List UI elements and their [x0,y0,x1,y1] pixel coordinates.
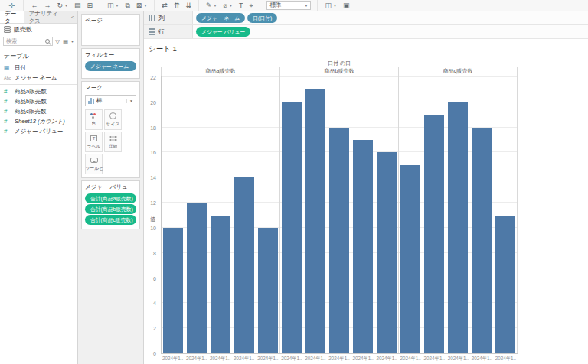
x-tick-label: 2024年1.. [161,354,185,363]
marks-card: マーク 棒 ▼ 色サイズTラベル詳細ツールヒ... [81,81,140,178]
datasource-item[interactable]: 販売数 [0,24,77,35]
filter-pill[interactable]: メジャー ネーム [85,61,136,71]
field-item[interactable]: #商品c販売数 [0,106,77,116]
highlight-icon: ✎ [206,1,212,11]
duplicate-button[interactable]: ⧉ [122,1,132,11]
tooltip-icon [90,158,98,163]
filter-fields-icon[interactable]: ▽ [54,38,60,45]
tableau-logo-icon[interactable]: ✛ [4,2,19,10]
chevron-down-icon[interactable]: ▼ [70,39,74,44]
mark-button-label: ツールヒ... [86,165,103,172]
view-options-icon[interactable]: ▦ [62,38,69,45]
color-button[interactable]: 色 [85,109,103,130]
fix-axes-button[interactable]: ⌖ [246,1,256,11]
rows-shelf[interactable]: 行 メジャー バリュー [144,25,588,39]
bar-mark[interactable] [377,152,397,353]
bar-mark[interactable] [448,102,468,353]
new-data-source-icon: ⊞ [87,1,93,11]
bar-mark[interactable] [234,177,254,353]
show-mark-labels-button[interactable]: T [236,1,247,11]
tooltip-button[interactable]: ツールヒ... [85,154,103,174]
clear-sheet-button[interactable]: ⊠▼ [133,1,151,11]
bar-mark[interactable] [163,228,183,353]
tab-analytics[interactable]: アナリティクス [24,11,68,23]
filters-card[interactable]: フィルター メジャー ネーム [81,48,140,79]
sort-ascending-button[interactable]: ⇈ [171,1,183,11]
y-tick-label: 14 [150,175,156,180]
bar-mark[interactable] [495,216,515,354]
field-name: 日付 [15,64,26,72]
hash-icon: # [4,98,15,105]
bar-mark[interactable] [305,89,325,353]
bar-mark[interactable] [424,115,444,353]
duplicate-icon: ⧉ [125,1,129,11]
fit-selector[interactable]: 標準 ▼ [266,1,311,10]
bar-mark[interactable] [258,228,278,353]
filters-card-title: フィルター [82,49,139,60]
new-data-source-button[interactable]: ⊞ [83,1,96,11]
y-tick-label: 18 [150,125,156,131]
collapse-pane-icon[interactable]: < [68,11,77,23]
columns-shelf-pill[interactable]: 日(日付) [247,13,277,23]
bar-mark[interactable] [329,128,349,353]
hash-icon: # [4,128,15,135]
label-button[interactable]: Tラベル [85,132,103,152]
chevron-down-icon: ▼ [143,3,147,8]
bar-mark[interactable] [187,203,207,353]
chart-panel [162,76,280,353]
x-axis-labels: 2024年1..2024年1..2024年1..2024年1..2024年1..… [161,354,518,363]
highlight-button[interactable]: ✎▼ [203,1,220,11]
plot-area [161,76,518,354]
save-button[interactable]: ▤ [71,1,84,11]
field-item[interactable]: ▦日付 [0,63,77,73]
measure-values-pill[interactable]: 合計(商品a販売数) [85,193,136,203]
chevron-down-icon: ▼ [64,3,68,8]
pages-card[interactable]: ページ [81,14,140,46]
detail-button[interactable]: 詳細 [104,132,122,152]
search-placeholder: 検索 [6,37,17,45]
size-button[interactable]: サイズ [104,109,122,130]
panel-title: 商品a販売数 [162,67,280,76]
rows-shelf-pill[interactable]: メジャー バリュー [196,27,250,37]
chevron-down-icon: ▼ [305,3,309,8]
columns-shelf-pill[interactable]: メジャー ネーム [196,13,245,23]
hash-icon: # [4,108,15,115]
x-tick-label: 2024年1.. [185,354,208,363]
measure-values-card-title: メジャー バリュー [82,181,139,193]
bar-mark[interactable] [353,140,373,353]
bar-mark[interactable] [472,128,492,353]
marks-card-title: マーク [82,82,139,93]
field-item[interactable]: Abcメジャー ネーム [0,73,77,83]
show-me-button[interactable]: ◫▼ [322,1,339,11]
show-me-icon: ◫ [325,1,332,11]
measure-values-pill[interactable]: 合計(商品c販売数) [85,215,136,225]
bar-mark[interactable] [282,102,302,353]
measure-values-pill[interactable]: 合計(商品b販売数) [85,204,136,214]
mark-type-dropdown[interactable]: 棒 ▼ [85,95,136,106]
tab-data[interactable]: データ [0,11,24,23]
columns-shelf[interactable]: 列 メジャー ネーム日(日付) [144,11,588,25]
group-members-button[interactable]: ⌀▼ [220,1,236,11]
x-tick-label: 2024年1.. [256,354,279,363]
swap-rows-columns-button[interactable]: ⇄ [158,1,171,11]
field-item[interactable]: #商品b販売数 [0,96,77,106]
y-tick-label: 22 [150,75,156,80]
field-name: 商品a販売数 [15,88,47,96]
bar-mark[interactable] [400,165,420,353]
presentation-mode-button[interactable]: ▣ [340,1,353,11]
bar-mark[interactable] [211,216,230,354]
field-item[interactable]: #メジャー バリュー [0,126,77,136]
chevron-down-icon: ▼ [115,3,119,8]
x-tick-label: 2024年1.. [446,354,470,363]
x-label-panel: 2024年1..2024年1..2024年1..2024年1..2024年1.. [161,354,279,363]
field-divider [0,84,77,85]
search-input[interactable]: 検索 [3,37,53,46]
field-name: Sheet13 (カウント) [15,118,65,125]
fix-axes-icon: ⌖ [249,1,253,11]
sort-descending-icon: ⇊ [185,1,191,11]
y-tick-label: 10 [150,226,156,231]
field-item[interactable]: #商品a販売数 [0,86,77,96]
field-item[interactable]: #Sheet13 (カウント) [0,116,77,126]
sort-descending-button[interactable]: ⇊ [182,1,194,11]
new-worksheet-button[interactable]: ◫▼ [104,1,122,11]
